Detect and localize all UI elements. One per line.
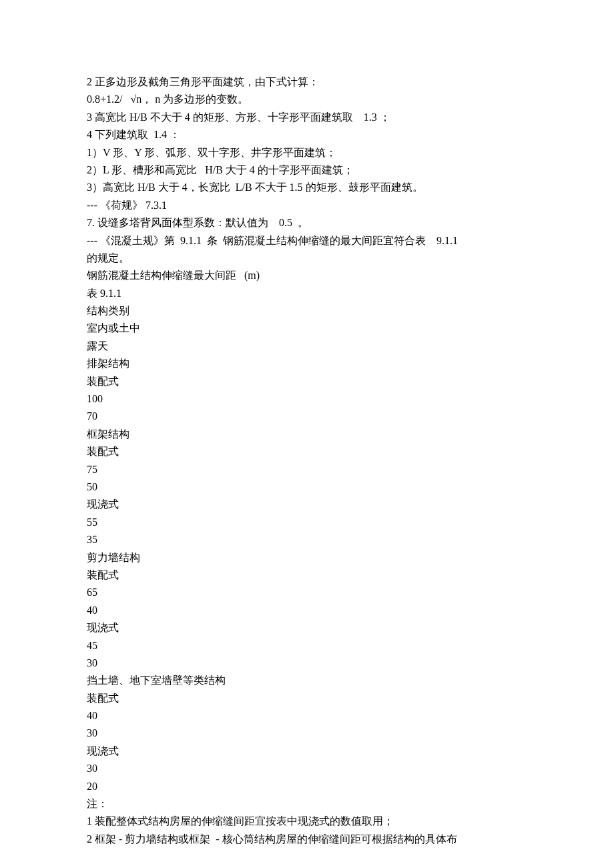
text-line: 排架结构 — [87, 355, 527, 372]
text-line: 2 正多边形及截角三角形平面建筑，由下式计算： — [87, 73, 527, 91]
text-line: 2 框架 - 剪力墙结构或框架 - 核心筒结构房屋的伸缩缝间距可根据结构的具体布 — [87, 831, 527, 848]
text-line: 挡土墙、地下室墙壁等类结构 — [87, 672, 527, 689]
text-line: 40 — [87, 707, 527, 725]
text-line: --- 《荷规》 7.3.1 — [87, 197, 527, 214]
text-line: 1）V 形、Y 形、弧形、双十字形、井字形平面建筑； — [87, 144, 527, 161]
text-line: 0.8+1.2/ √n， n 为多边形的变数。 — [87, 91, 527, 108]
text-line: 钢筋混凝土结构伸缩缝最大间距 (m) — [87, 267, 527, 284]
text-line: 结构类别 — [87, 302, 527, 320]
text-line: 框架结构 — [87, 426, 527, 443]
text-line: 55 — [87, 514, 527, 531]
text-line: 70 — [87, 408, 527, 425]
text-line: 3 高宽比 H/B 不大于 4 的矩形、方形、十字形平面建筑取 1.3 ； — [87, 109, 527, 126]
text-line: 装配式 — [87, 690, 527, 707]
text-line: 4 下列建筑取 1.4 ： — [87, 126, 527, 143]
text-line: 装配式 — [87, 373, 527, 390]
text-line: 剪力墙结构 — [87, 549, 527, 566]
text-line: 65 — [87, 584, 527, 601]
text-line: 表 9.1.1 — [87, 285, 527, 302]
text-line: 40 — [87, 602, 527, 619]
text-line: 的规定。 — [87, 250, 527, 267]
text-line: 现浇式 — [87, 743, 527, 760]
text-line: 35 — [87, 531, 527, 548]
document-page: 2 正多边形及截角三角形平面建筑，由下式计算： 0.8+1.2/ √n， n 为… — [0, 0, 614, 868]
text-line: 45 — [87, 637, 527, 655]
text-line: 装配式 — [87, 443, 527, 460]
text-line: 3）高宽比 H/B 大于 4，长宽比 L/B 不大于 1.5 的矩形、鼓形平面建… — [87, 179, 527, 196]
text-line: 30 — [87, 655, 527, 672]
text-line: 装配式 — [87, 566, 527, 584]
text-line: 现浇式 — [87, 619, 527, 636]
text-line: 室内或土中 — [87, 320, 527, 337]
text-line: --- 《混凝土规》第 9.1.1 条 钢筋混凝土结构伸缩缝的最大间距宜符合表 … — [87, 232, 527, 250]
text-line: 50 — [87, 478, 527, 496]
text-line: 100 — [87, 390, 527, 408]
text-line: 2）L 形、槽形和高宽比 H/B 大于 4 的十字形平面建筑； — [87, 161, 527, 179]
text-line: 20 — [87, 778, 527, 795]
text-line: 注： — [87, 795, 527, 813]
text-line: 30 — [87, 725, 527, 742]
text-line: 75 — [87, 461, 527, 478]
text-line: 30 — [87, 760, 527, 777]
text-line: 露天 — [87, 338, 527, 355]
text-line: 现浇式 — [87, 496, 527, 513]
text-line: 7. 设缝多塔背风面体型系数：默认值为 0.5 。 — [87, 214, 527, 232]
text-line: 1 装配整体式结构房屋的伸缩缝间距宜按表中现浇式的数值取用； — [87, 813, 527, 830]
